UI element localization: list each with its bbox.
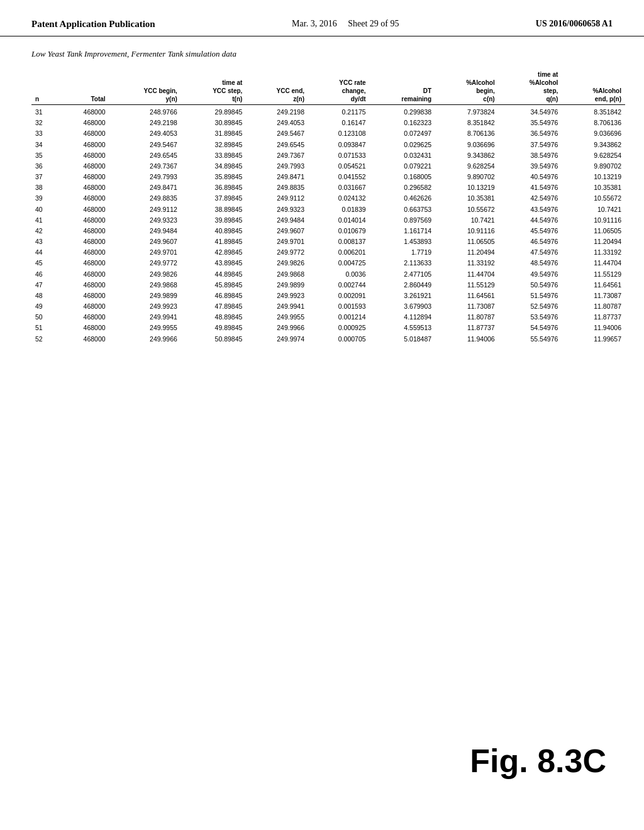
table-cell: 41.54976: [499, 182, 562, 193]
table-cell: 8.351842: [562, 105, 625, 118]
table-cell: 48: [31, 290, 57, 301]
table-row: 45468000249.977243.89845249.98260.004725…: [31, 258, 625, 268]
table-row: 35468000249.654533.89845249.73670.071533…: [31, 150, 625, 160]
table-cell: 10.91116: [562, 214, 625, 225]
table-cell: 468000: [57, 225, 109, 236]
table-cell: 10.7421: [562, 204, 625, 214]
table-cell: 0.0036: [308, 268, 370, 279]
table-cell: 249.9772: [246, 247, 308, 258]
table-cell: 47: [31, 279, 57, 290]
table-cell: 0.008137: [308, 236, 370, 247]
table-cell: 46.89845: [181, 290, 247, 301]
table-cell: 0.168005: [370, 172, 436, 182]
table-cell: 55.54976: [499, 333, 562, 344]
table-cell: 249.9701: [109, 247, 181, 258]
table-cell: 1.161714: [370, 225, 436, 236]
table-cell: 9.343862: [562, 139, 625, 150]
table-cell: 46: [31, 268, 57, 279]
table-cell: 468000: [57, 323, 109, 333]
table-cell: 0.071533: [308, 150, 370, 160]
table-cell: 0.024132: [308, 193, 370, 204]
table-cell: 10.13219: [562, 172, 625, 182]
table-cell: 45.54976: [499, 225, 562, 236]
table-cell: 0.21175: [308, 105, 370, 118]
table-cell: 0.663753: [370, 204, 436, 214]
table-cell: 0.001593: [308, 301, 370, 312]
table-cell: 49: [31, 301, 57, 312]
table-cell: 9.343862: [435, 150, 499, 160]
table-row: 52468000249.996650.89845249.99740.000705…: [31, 333, 625, 344]
table-cell: 3.679903: [370, 301, 436, 312]
table-cell: 249.9112: [109, 204, 181, 214]
table-cell: 10.55672: [435, 204, 499, 214]
table-cell: 38: [31, 182, 57, 193]
col-header-n: n: [31, 69, 57, 105]
table-cell: 45: [31, 258, 57, 268]
table-cell: 468000: [57, 333, 109, 344]
table-cell: 11.73087: [562, 290, 625, 301]
table-cell: 249.9899: [109, 290, 181, 301]
table-cell: 49.89845: [181, 323, 247, 333]
table-cell: 35.54976: [499, 118, 562, 128]
table-cell: 249.9112: [246, 193, 308, 204]
table-cell: 0.072497: [370, 128, 436, 139]
table-row: 37468000249.799335.89845249.84710.041552…: [31, 172, 625, 182]
table-row: 32468000249.219830.89845249.40530.161470…: [31, 118, 625, 128]
table-cell: 249.9323: [246, 204, 308, 214]
table-cell: 468000: [57, 193, 109, 204]
table-cell: 468000: [57, 182, 109, 193]
table-cell: 40: [31, 204, 57, 214]
table-cell: 249.8835: [109, 193, 181, 204]
table-row: 39468000249.883537.89845249.91120.024132…: [31, 193, 625, 204]
table-cell: 11.44704: [562, 258, 625, 268]
table-cell: 11.44704: [435, 268, 499, 279]
table-cell: 11.06505: [562, 225, 625, 236]
table-cell: 43.54976: [499, 204, 562, 214]
table-cell: 468000: [57, 258, 109, 268]
table-cell: 41.89845: [181, 236, 247, 247]
table-cell: 249.4053: [109, 128, 181, 139]
table-cell: 468000: [57, 139, 109, 150]
table-cell: 11.33192: [435, 258, 499, 268]
table-cell: 249.7993: [109, 172, 181, 182]
table-cell: 11.80787: [562, 301, 625, 312]
table-row: 40468000249.911238.89845249.93230.018390…: [31, 204, 625, 214]
table-cell: 249.9966: [246, 323, 308, 333]
table-cell: 39.89845: [181, 214, 247, 225]
table-cell: 11.06505: [435, 236, 499, 247]
table-cell: 11.20494: [435, 247, 499, 258]
table-cell: 11.94006: [435, 333, 499, 344]
publication-date-sheet: Mar. 3, 2016 Sheet 29 of 95: [292, 19, 399, 29]
table-cell: 0.010679: [308, 225, 370, 236]
table-cell: 37.89845: [181, 193, 247, 204]
table-cell: 11.55129: [435, 279, 499, 290]
table-cell: 11.73087: [435, 301, 499, 312]
table-row: 31468000248.976629.89845249.21980.211750…: [31, 105, 625, 118]
table-cell: 50.89845: [181, 333, 247, 344]
table-cell: 32.89845: [181, 139, 247, 150]
table-cell: 44.89845: [181, 268, 247, 279]
table-cell: 249.9974: [246, 333, 308, 344]
table-cell: 34.54976: [499, 105, 562, 118]
table-cell: 249.9826: [109, 268, 181, 279]
table-cell: 35.89845: [181, 172, 247, 182]
table-cell: 11.55129: [562, 268, 625, 279]
table-cell: 0.000705: [308, 333, 370, 344]
table-cell: 2.477105: [370, 268, 436, 279]
table-cell: 10.91116: [435, 225, 499, 236]
table-cell: 44.54976: [499, 214, 562, 225]
table-row: 43468000249.960741.89845249.97010.008137…: [31, 236, 625, 247]
table-cell: 30.89845: [181, 118, 247, 128]
table-cell: 11.94006: [562, 323, 625, 333]
table-cell: 0.004725: [308, 258, 370, 268]
table-row: 33468000249.405331.89845249.54670.123108…: [31, 128, 625, 139]
table-cell: 249.7367: [109, 160, 181, 171]
table-cell: 249.9607: [109, 236, 181, 247]
table-cell: 10.7421: [435, 214, 499, 225]
table-cell: 43: [31, 236, 57, 247]
table-row: 38468000249.847136.89845249.88350.031667…: [31, 182, 625, 193]
table-cell: 249.9955: [109, 323, 181, 333]
table-cell: 249.9966: [109, 333, 181, 344]
table-cell: 249.9868: [246, 268, 308, 279]
table-cell: 468000: [57, 214, 109, 225]
